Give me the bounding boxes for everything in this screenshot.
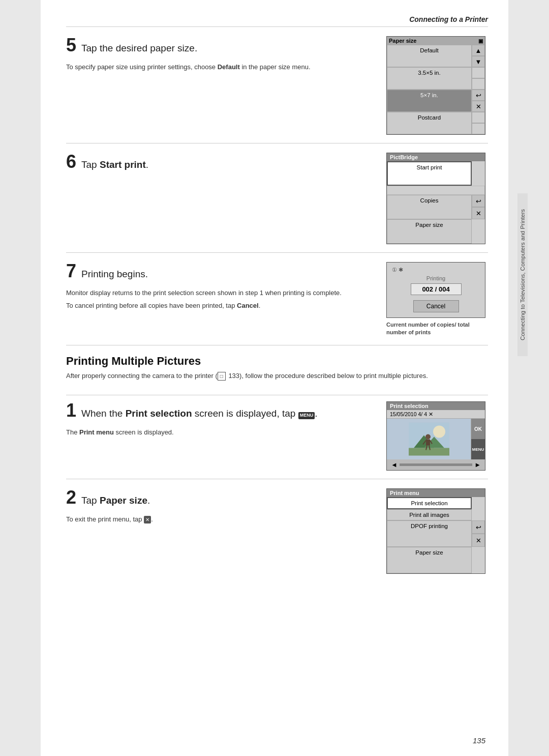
ps-side-up: ▲ ▼ <box>472 45 485 67</box>
step-pm1-desc-bold: Print menu <box>79 428 114 436</box>
pb-startprint-btn[interactable]: Start print <box>387 161 472 186</box>
ps-label-postcard[interactable]: Postcard <box>387 112 472 134</box>
header-title: Connecting to a Printer <box>409 15 488 23</box>
pb-side3 <box>472 219 485 244</box>
pm-spacer-0 <box>472 497 485 503</box>
step-7-desc1: Monitor display returns to the print sel… <box>66 288 376 298</box>
pm-spacer-1 <box>472 509 485 515</box>
step-5-desc-text: To specify paper size using printer sett… <box>66 63 218 71</box>
step-pm1-bold: Print selection <box>126 408 192 419</box>
page-number: 135 <box>473 736 485 745</box>
step-5-desc-end: in the paper size menu. <box>240 63 311 71</box>
ps-close-btn[interactable]: ✕ <box>472 101 485 112</box>
paper-size-title: Paper size <box>389 38 416 44</box>
paper-size-title-bar: Paper size ▣ <box>387 37 485 45</box>
step-pm2-number: 2 <box>66 488 76 507</box>
paper-size-screen: Paper size ▣ Default ▲ ▼ 3.5×5 in. <box>386 36 485 135</box>
pb-copies-btn[interactable]: Copies <box>387 195 472 219</box>
step-6-left: 6 Tap Start print. <box>66 153 376 244</box>
page: Connecting to a Printer 5 Tap the desire… <box>41 0 508 756</box>
step-pm2-title: Tap Paper size. <box>81 495 150 507</box>
step-pm1-end: screen is displayed, tap <box>192 408 298 419</box>
step-pm2-header: 2 Tap Paper size. <box>66 488 376 511</box>
step-pm1-screen-container: Print selection 15/05/2010 4/ 4 ✕ <box>386 401 488 471</box>
svg-rect-4 <box>409 448 449 456</box>
step-pm2-desc-pre: To exit the print menu, tap <box>66 515 144 523</box>
step-6-section: 6 Tap Start print. PictBridge Start prin… <box>66 153 488 253</box>
pictbridge-title: PictBridge <box>387 153 485 161</box>
ps-down-btn[interactable]: ▼ <box>472 56 485 67</box>
print-menu-title: Print menu <box>387 489 485 497</box>
sidebar-text: Connecting to Televisions, Computers and… <box>517 193 528 356</box>
print-menu-screen: Print menu Print selection Print all ima… <box>386 488 485 574</box>
step-6-number: 6 <box>66 153 76 171</box>
step-pm2-left: 2 Tap Paper size. To exit the print menu… <box>66 488 376 574</box>
step-pm1-menu-icon: MENU <box>298 412 315 419</box>
pb-back-btn[interactable]: ↩ <box>472 195 485 207</box>
nav-left-arrow[interactable]: ◄ <box>391 461 398 469</box>
pm-close-btn[interactable]: ✕ <box>472 534 485 547</box>
pm-back-btn[interactable]: ↩ <box>472 520 485 534</box>
step-pm1-desc: The Print menu screen is displayed. <box>66 427 376 438</box>
print-sel-title: Print selection <box>387 402 485 410</box>
pm-side3-empty <box>472 547 485 560</box>
print-sel-side: OK MENU <box>471 419 485 459</box>
step-5-desc: To specify paper size using printer sett… <box>66 62 376 72</box>
pb-row-copies: Copies ↩ ✕ <box>387 195 485 219</box>
step-6-title-end: . <box>146 159 148 170</box>
step-pm1-header: 1 When the Print selection screen is dis… <box>66 401 376 424</box>
step-5-section: 5 Tap the desired paper size. To specify… <box>66 36 488 143</box>
ps-label-3x5[interactable]: 3.5×5 in. <box>387 67 472 90</box>
printing-multiple-desc: After properly connecting the camera to … <box>66 371 488 381</box>
print-sel-ok-btn[interactable]: OK <box>471 419 485 439</box>
ps-label-default[interactable]: Default <box>387 45 472 67</box>
nav-right-arrow[interactable]: ► <box>474 461 481 469</box>
printing-multiple-title: Printing Multiple Pictures <box>66 355 488 368</box>
book-icon: □ <box>218 372 226 381</box>
step-7-desc2-end: . <box>259 302 261 309</box>
pm-row-0: Print selection <box>387 497 485 509</box>
ps-up-btn[interactable]: ▲ <box>472 45 485 56</box>
step-pm1-number: 1 <box>66 401 76 420</box>
pm-row-2: DPOF printing ↩ ✕ <box>387 520 485 547</box>
step-pm1-desc-pre: The <box>66 428 79 436</box>
ps-row-default: Default ▲ ▼ <box>387 45 485 67</box>
step-5-header: 5 Tap the desired paper size. <box>66 36 376 59</box>
pm-cell-papersize[interactable]: Paper size <box>387 547 472 573</box>
pb-empty-row <box>387 186 485 195</box>
print-sel-menu-btn[interactable]: MENU <box>471 439 485 459</box>
step-pm2-bold: Paper size <box>100 495 147 506</box>
paper-size-icon: ▣ <box>478 38 483 44</box>
step-pm1-pre: When the <box>81 408 126 419</box>
pm-cell-print-selection[interactable]: Print selection <box>387 497 472 509</box>
svg-point-1 <box>433 426 445 438</box>
step-pm2-pre: Tap <box>81 495 100 506</box>
printing-icons: ① ✱ <box>392 267 480 273</box>
step-6-title-bold: Start print <box>100 159 146 170</box>
ps-label-5x7[interactable]: 5×7 in. <box>387 90 472 112</box>
pb-spacer1 <box>472 161 485 173</box>
step-6-title-pre: Tap <box>81 159 100 170</box>
ps-row-5x7: 5×7 in. ↩ ✕ <box>387 90 485 112</box>
step-7-desc2: To cancel printing before all copies hav… <box>66 301 376 311</box>
printing-caption: Current number of copies/ total number o… <box>386 321 485 337</box>
step-7-title: Printing begins. <box>81 268 148 281</box>
ps-back-btn[interactable]: ↩ <box>472 90 485 101</box>
page-header: Connecting to a Printer <box>66 15 488 27</box>
pb-row-startprint: Start print <box>387 161 485 186</box>
pm-row-3: Paper size <box>387 547 485 573</box>
step-pm1-final: . <box>315 408 317 419</box>
print-sel-nav: ◄ ► <box>387 459 485 470</box>
pb-spacer2 <box>472 173 485 186</box>
step-5-number: 5 <box>66 36 76 54</box>
pb-close-btn[interactable]: ✕ <box>472 207 485 219</box>
step-6-screen-container: PictBridge Start print Copies ↩ ✕ <box>386 153 488 244</box>
step-pm1-left: 1 When the Print selection screen is dis… <box>66 401 376 471</box>
ps-side-empty2 <box>472 112 485 134</box>
pm-cell-print-all[interactable]: Print all images <box>387 509 472 520</box>
ps-side-back: ↩ ✕ <box>472 90 485 112</box>
pb-papersize-btn[interactable]: Paper size <box>387 219 472 244</box>
step-7-number: 7 <box>66 262 76 280</box>
printing-cancel-btn[interactable]: Cancel <box>413 300 459 312</box>
pm-cell-dpof[interactable]: DPOF printing <box>387 520 472 547</box>
